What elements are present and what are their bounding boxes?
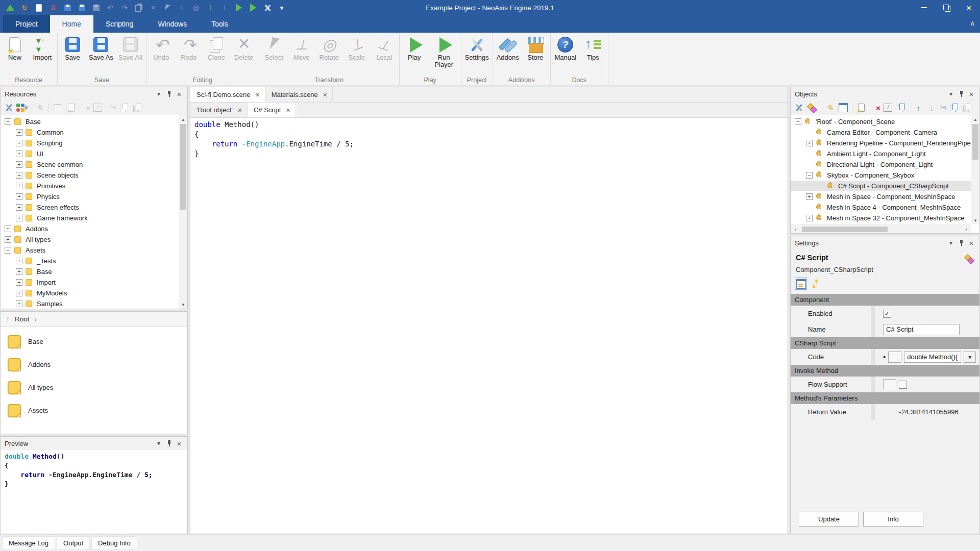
tab-materials-scene[interactable]: Materials.scene <box>265 87 333 102</box>
copy-icon[interactable] <box>118 102 130 114</box>
cut-icon[interactable]: ✂ <box>105 102 117 114</box>
redo-button[interactable]: Redo <box>175 34 203 61</box>
tree-row[interactable]: + Rendering Pipeline - Component_Renderi… <box>791 138 971 148</box>
folder-item-all-types[interactable]: All types <box>1 376 187 399</box>
minimize-icon[interactable] <box>913 0 935 15</box>
scroll-up-icon[interactable]: ▴ <box>179 115 187 123</box>
chevron-down-icon[interactable] <box>946 89 956 98</box>
separator[interactable] <box>48 103 49 112</box>
close-icon[interactable] <box>174 89 184 98</box>
tree-row[interactable]: + Addons <box>1 223 179 234</box>
settings-button[interactable]: Settings <box>462 34 492 61</box>
code-dropdown-button[interactable] <box>964 352 976 363</box>
delete-icon[interactable]: × <box>868 102 880 114</box>
menu-tab-tools[interactable]: Tools <box>199 15 240 33</box>
code-editor[interactable]: double Method(){ return -EngineApp.Engin… <box>190 118 788 534</box>
tree-row[interactable]: − 'Root' - Component_Scene <box>791 116 971 127</box>
close-icon[interactable] <box>174 439 184 448</box>
scroll-down-icon[interactable]: ▾ <box>179 300 187 309</box>
select-button[interactable]: Select <box>260 34 288 61</box>
settings-tools-icon[interactable] <box>793 102 805 114</box>
chevron-down-icon[interactable] <box>154 89 164 98</box>
tree-row[interactable]: + Common <box>1 127 179 138</box>
new-file-icon[interactable] <box>33 2 45 14</box>
tree-row[interactable]: Ambient Light - Component_Light <box>791 148 971 159</box>
scroll-thumb[interactable] <box>802 227 888 232</box>
tree-row[interactable]: Camera Editor - Component_Camera <box>791 127 971 138</box>
restore-icon[interactable] <box>935 0 958 15</box>
expand-toggle[interactable]: + <box>16 140 22 146</box>
store-button[interactable]: Store <box>522 34 549 61</box>
expand-toggle[interactable]: + <box>16 129 22 136</box>
expand-toggle[interactable]: + <box>16 151 22 157</box>
new-object-icon[interactable] <box>855 102 867 114</box>
save-all-button[interactable]: Save All <box>116 34 145 61</box>
rotate-button[interactable]: Rotate <box>315 34 343 61</box>
delete-button[interactable]: Delete <box>230 34 258 61</box>
settings-tools-icon[interactable] <box>3 102 15 114</box>
expand-toggle[interactable]: + <box>806 193 813 200</box>
tree-row[interactable]: Directional Light - Component_Light <box>791 159 971 170</box>
move-up-icon[interactable]: ↑ <box>908 102 920 114</box>
folder-item-assets[interactable]: Assets <box>1 399 187 422</box>
tree-row[interactable]: + Game framework <box>1 213 179 223</box>
tree-row[interactable]: − Skybox - Component_Skybox <box>791 170 971 181</box>
pin-icon[interactable] <box>956 89 966 98</box>
clone-icon[interactable] <box>133 2 145 14</box>
move-button[interactable]: Move <box>288 34 315 61</box>
flow-support-checkbox[interactable] <box>899 381 907 389</box>
edit-icon[interactable] <box>824 102 836 114</box>
import-button[interactable]: Import <box>29 34 56 61</box>
scroll-up-icon[interactable]: ▴ <box>971 115 979 123</box>
tree-row[interactable]: + Screen effects <box>1 202 179 213</box>
expand-toggle[interactable]: − <box>806 172 813 179</box>
update-button[interactable]: Update <box>799 512 859 527</box>
chevron-down-icon[interactable] <box>946 238 956 247</box>
folder-item-base[interactable]: Base <box>1 330 187 353</box>
menu-tab-project[interactable]: Project <box>3 15 50 33</box>
duplicate-icon[interactable] <box>895 102 907 114</box>
tab-root-object[interactable]: 'Root object' <box>190 103 248 117</box>
menu-tab-home[interactable]: Home <box>50 15 93 33</box>
move-icon[interactable]: ⊥ <box>176 2 188 14</box>
tab-sci-fi-demo-scene[interactable]: Sci-fi Demo.scene <box>190 87 265 102</box>
breadcrumb-root[interactable]: Root <box>15 315 30 323</box>
up-arrow-icon[interactable]: ↑ <box>6 315 10 324</box>
chevron-down-icon[interactable] <box>154 439 164 448</box>
play-button[interactable]: Play <box>401 34 428 61</box>
new-resource-icon[interactable] <box>65 102 77 114</box>
expand-toggle[interactable]: + <box>16 193 22 200</box>
expand-toggle[interactable]: + <box>16 215 22 221</box>
pin-icon[interactable] <box>164 89 174 98</box>
display-options-icon[interactable]: ▾ <box>16 102 28 114</box>
expand-toggle[interactable]: + <box>16 172 22 179</box>
open-window-icon[interactable] <box>837 102 849 114</box>
separator[interactable] <box>31 103 31 112</box>
tree-row[interactable]: Mesh in Space 4 - Component_MeshInSpace <box>791 202 971 213</box>
expand-toggle[interactable]: + <box>5 236 11 243</box>
tree-row[interactable]: − Assets <box>1 245 179 256</box>
enabled-checkbox[interactable]: ✓ <box>883 310 891 318</box>
new-button[interactable]: New <box>1 34 29 61</box>
expand-toggle[interactable]: + <box>16 161 22 168</box>
properties-icon[interactable] <box>795 278 807 290</box>
select-icon[interactable] <box>161 2 174 14</box>
addons-button[interactable]: Addons <box>494 34 522 61</box>
expand-toggle[interactable]: + <box>16 183 22 189</box>
tree-row[interactable]: + Mesh in Space - Component_MeshInSpace <box>791 191 971 202</box>
expand-toggle[interactable]: + <box>806 215 813 221</box>
close-icon[interactable] <box>286 106 290 114</box>
collapse-ribbon-icon[interactable]: ∧ <box>970 19 975 27</box>
type-settings-icon[interactable] <box>806 102 818 114</box>
scroll-down-icon[interactable]: ▾ <box>971 216 979 224</box>
tree-row[interactable]: + All types <box>1 234 179 245</box>
expand-toggle[interactable]: + <box>16 258 22 264</box>
tree-row[interactable]: C# Script - Component_CSharpScript <box>791 181 971 191</box>
tree-row[interactable]: + Mesh in Space 32 - Component_MeshInSpa… <box>791 213 971 223</box>
pin-icon[interactable] <box>164 439 174 448</box>
code-color-box[interactable] <box>888 352 901 363</box>
rename-icon[interactable] <box>881 102 894 114</box>
tab-csharp-script[interactable]: C# Script <box>248 103 296 117</box>
scroll-thumb[interactable] <box>180 124 186 210</box>
scroll-thumb[interactable] <box>972 124 978 160</box>
